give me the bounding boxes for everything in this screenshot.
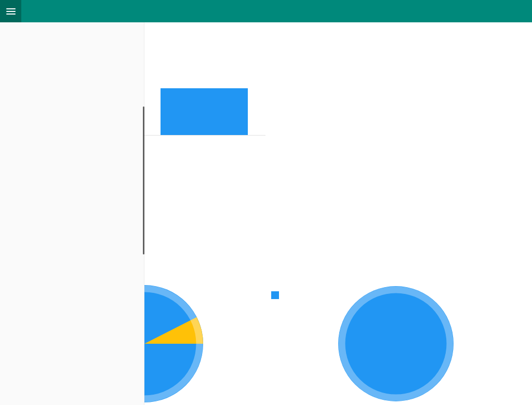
sidebar-menu [0, 22, 144, 405]
bar-in-box [161, 88, 248, 135]
app-screen [0, 0, 532, 405]
hamburger-menu-button[interactable] [0, 0, 21, 22]
bar-chart-axis [144, 135, 265, 136]
app-bar [0, 0, 532, 22]
legend-swatch-leer [271, 291, 279, 299]
area-chart-lagerplaetze [267, 161, 529, 271]
sidebar-scrollbar[interactable] [143, 106, 144, 254]
pie-chart-kommissionierwagen [332, 280, 462, 405]
